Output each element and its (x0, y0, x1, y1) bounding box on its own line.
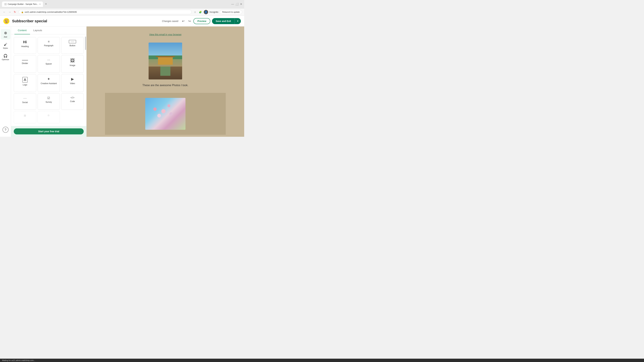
logo-dots: · · · · · · (21, 87, 29, 88)
social-label: Social (22, 101, 28, 104)
bookmark-button[interactable]: ☆ (193, 10, 197, 14)
window-minimize[interactable]: — (231, 3, 234, 6)
flowers-image-container (105, 96, 226, 131)
nav-reload-button[interactable]: ↻ (13, 10, 17, 14)
tab-bar: Campaign Builder - Sample Tem... × + (2, 1, 230, 7)
divider-dots: · · · · · · (21, 65, 29, 67)
email-section-2 (105, 93, 226, 135)
video-label: Video (70, 82, 75, 85)
nav-back-button[interactable]: ← (2, 10, 7, 14)
divider-icon (22, 60, 28, 60)
sidebar-optimize-label: Optimize (2, 58, 9, 60)
content-grid: Hi Heading · · · · · · ≡ Paragraph · · ·… (11, 34, 86, 126)
content-item-spacer[interactable]: ▭ Spacer · · · · · · (38, 55, 60, 73)
redo-button[interactable]: ↪ (187, 18, 192, 24)
extra1-dots: · · · · · · (21, 118, 29, 120)
undo-button[interactable]: ↩ (181, 18, 186, 24)
creative-assistant-dots: · · · · · · (45, 86, 52, 87)
sidebar-add-label: Add (4, 36, 7, 38)
panel-footer: Start your free trial (11, 126, 86, 137)
nav-forward-button[interactable]: → (8, 10, 12, 14)
sidebar-item-add[interactable]: ⊕ Add (1, 29, 10, 39)
code-icon: </> (70, 96, 74, 99)
incognito-avatar: 👤 (204, 10, 208, 14)
survey-dots: · · · · · · (45, 104, 52, 106)
content-item-social[interactable]: ⋯ Social · · · · · · (14, 93, 36, 110)
relaunch-button[interactable]: Relaunch to update (220, 10, 242, 14)
content-item-code[interactable]: </> Code · · · · · · (61, 93, 84, 110)
extra2-dots: · · · · · · (45, 118, 52, 119)
changes-saved-status: Changes saved (162, 20, 178, 22)
navigation-bar: ← → ↻ 🔒 us21.admin.mailchimp.com/email/e… (0, 8, 244, 16)
scroll-bar[interactable] (85, 36, 86, 50)
spacer-icon: ▭ (47, 58, 50, 62)
heading-dots: · · · · · · (21, 49, 29, 50)
content-item-image[interactable]: 🖼 Image · · · · · · (61, 55, 84, 73)
logo-label: Logo (23, 84, 27, 86)
app-shell: 🐒 Subbscriber special Changes saved ↩ ↪ … (0, 16, 244, 137)
video-dots: · · · · · · (68, 86, 76, 87)
add-icon: ⊕ (4, 31, 7, 35)
heading-label: Heading (21, 45, 29, 48)
content-item-heading[interactable]: Hi Heading · · · · · · (14, 37, 36, 54)
active-tab[interactable]: Campaign Builder - Sample Tem... × (2, 1, 43, 7)
heading-icon: Hi (23, 40, 27, 44)
new-tab-button[interactable]: + (44, 2, 48, 6)
sidebar-item-optimize[interactable]: 🎧 Optimize (1, 52, 10, 62)
button-label: Button (70, 44, 76, 47)
left-sidebar: ⊕ Add 🖌 Styles 🎧 Optimize ? (0, 26, 11, 137)
free-trial-button[interactable]: Start your free trial (14, 128, 84, 134)
content-item-video[interactable]: ▶ Video · · · · · · (61, 74, 84, 92)
content-item-logo[interactable]: A Logo · · · · · · (14, 74, 36, 92)
save-exit-button[interactable]: Save and Exit (212, 18, 234, 24)
preview-button[interactable]: Preview (193, 18, 210, 24)
japan-temple-image (148, 42, 182, 79)
nav-arrows: ← → ↻ (2, 10, 17, 14)
extensions-button[interactable]: 🧩 (198, 10, 202, 14)
social-icon: ⋯ (23, 96, 27, 100)
spacer-label: Spacer (46, 63, 52, 65)
tab-title: Campaign Builder - Sample Tem... (8, 3, 38, 5)
save-exit-dropdown-button[interactable]: ▼ (234, 18, 241, 24)
tab-layouts[interactable]: Layouts (30, 26, 46, 34)
image-label: Image (70, 64, 75, 66)
window-maximize[interactable]: ⬜ (235, 2, 239, 6)
tab-content[interactable]: Content (14, 26, 30, 34)
content-item-divider[interactable]: Divider · · · · · · (14, 55, 36, 73)
window-controls: — ⬜ ✕ (231, 2, 242, 6)
main-area: ⊕ Add 🖌 Styles 🎧 Optimize ? Content Layo… (0, 26, 244, 137)
tab-close-icon[interactable]: × (40, 3, 41, 5)
window-close[interactable]: ✕ (240, 2, 242, 6)
help-button[interactable]: ? (2, 127, 8, 133)
address-bar[interactable]: 🔒 us21.admin.mailchimp.com/email/editor?… (18, 10, 192, 14)
email-canvas-inner: View this email in your browser These ar… (102, 26, 229, 137)
content-tabs: Content Layouts (11, 26, 86, 34)
email-canvas[interactable]: View this email in your browser These ar… (86, 26, 244, 137)
content-item-extra1[interactable]: ⊞ · · · · · · (14, 111, 36, 123)
content-item-survey[interactable]: ☑ Survey · · · · · · (38, 93, 60, 110)
content-item-extra2[interactable]: ⛭ · · · · · · (38, 111, 60, 123)
image-dots: · · · · · · (68, 67, 76, 69)
paragraph-icon: ≡ (48, 40, 50, 43)
content-item-button[interactable]: —— Button · · · · · · (61, 37, 84, 54)
save-exit-group: Save and Exit ▼ (212, 18, 241, 24)
video-icon: ▶ (71, 77, 74, 81)
email-photo-caption: These are the awesome Photos I took. (105, 81, 226, 89)
toolbar-actions: ↩ ↪ Preview Save and Exit ▼ (181, 18, 241, 24)
flowers-image (145, 98, 186, 130)
survey-label: Survey (46, 101, 52, 103)
code-label: Code (70, 100, 75, 103)
top-toolbar: 🐒 Subbscriber special Changes saved ↩ ↪ … (0, 16, 244, 26)
code-dots: · · · · · · (68, 104, 76, 105)
social-dots: · · · · · · (21, 105, 29, 106)
content-item-creative-assistant[interactable]: ✦ Creative Assistant · · · · · · (38, 74, 60, 92)
optimize-icon: 🎧 (3, 54, 8, 58)
spacer-dots: · · · · · · (45, 66, 52, 67)
japan-image-container (105, 41, 226, 81)
email-view-browser-section: View this email in your browser (105, 31, 226, 37)
security-lock-icon: 🔒 (21, 11, 24, 13)
creative-assistant-icon: ✦ (47, 77, 50, 81)
sidebar-item-styles[interactable]: 🖌 Styles (1, 41, 10, 51)
view-in-browser-link[interactable]: View this email in your browser (149, 33, 182, 36)
content-item-paragraph[interactable]: ≡ Paragraph · · · · · · (38, 37, 60, 54)
